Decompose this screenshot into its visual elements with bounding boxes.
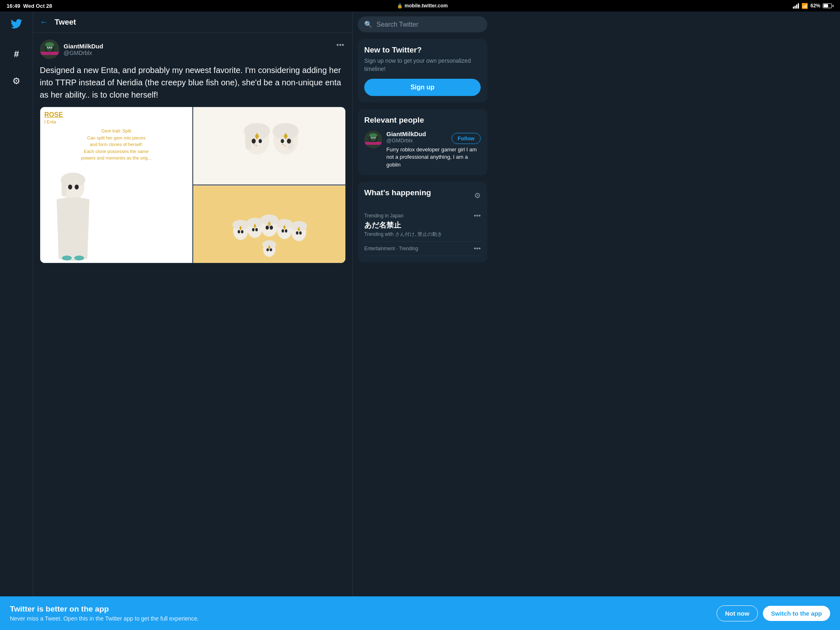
person-name-block: GiantMilkDud @GMDrblx — [386, 130, 426, 146]
svg-point-14 — [62, 256, 72, 260]
trending-item-2[interactable]: Entertainment · Trending ••• — [364, 242, 481, 256]
tweet-area: ← Tweet — [33, 11, 353, 596]
whats-happening-settings-icon[interactable]: ⚙ — [474, 191, 481, 200]
promo-title: New to Twitter? — [364, 46, 481, 55]
banner-buttons: Not now Switch to the app — [717, 605, 830, 621]
twitter-logo[interactable] — [11, 18, 22, 32]
banner-text: Twitter is better on the app Never miss … — [10, 605, 199, 622]
back-button[interactable]: ← — [40, 17, 48, 27]
trending-more-icon-2[interactable]: ••• — [474, 245, 481, 252]
signal-icon — [793, 3, 799, 9]
main-layout: # ⚙ ← Tweet — [0, 11, 840, 596]
tweet-text: Designed a new Enta, and probably my new… — [40, 64, 346, 101]
person-info: GiantMilkDud @GMDrblx Follow Furry roblo… — [386, 130, 481, 169]
sidebar-item-explore[interactable]: # — [11, 46, 22, 63]
trending-item-1[interactable]: Trending in Japan ••• あだ名禁止 Trending wit… — [364, 209, 481, 242]
svg-rect-7 — [40, 52, 59, 55]
svg-rect-18 — [246, 131, 251, 150]
tweet-author-info: GiantMilkDud @GMDrblx — [40, 39, 103, 59]
tweet-author-row: GiantMilkDud @GMDrblx ••• — [40, 39, 346, 59]
gear-icon: ⚙ — [12, 76, 21, 86]
battery-percent: 62% — [810, 3, 820, 9]
author-details: GiantMilkDud @GMDrblx — [64, 43, 103, 56]
search-bar[interactable]: 🔍 Search Twitter — [358, 16, 487, 32]
twitter-promo: New to Twitter? Sign up now to get your … — [358, 39, 487, 103]
author-name: GiantMilkDud — [64, 43, 103, 50]
trending-tag-1: あだ名禁止 — [364, 220, 481, 230]
hashtag-icon: # — [14, 49, 19, 59]
tweet-image-bottom-right[interactable] — [193, 185, 345, 263]
svg-point-54 — [296, 231, 299, 235]
svg-point-50 — [285, 229, 288, 233]
svg-point-60 — [270, 248, 272, 251]
svg-point-44 — [266, 226, 269, 230]
tweet-header: ← Tweet — [33, 11, 352, 33]
tweet-more-button[interactable]: ••• — [335, 39, 346, 51]
svg-point-35 — [241, 230, 244, 233]
comic-subtitle: t Enta — [44, 119, 188, 124]
person-bio: Furry roblox developer gamer girl I am n… — [386, 146, 481, 169]
battery-icon — [823, 3, 833, 8]
svg-point-31 — [284, 145, 285, 146]
svg-rect-11 — [62, 180, 66, 196]
search-placeholder: Search Twitter — [377, 21, 418, 28]
status-time: 16:49 Wed Oct 28 — [7, 3, 52, 9]
switch-to-app-button[interactable]: Switch to the app — [763, 606, 830, 621]
svg-point-45 — [270, 226, 273, 230]
avatar[interactable] — [40, 39, 59, 59]
comic-body: Gem trait: Split Can split her gem into … — [44, 128, 188, 162]
wifi-icon: 📶 — [801, 3, 808, 9]
follow-button[interactable]: Follow — [452, 133, 481, 144]
banner-description: Never miss a Tweet. Open this in the Twi… — [10, 615, 199, 622]
url-bar-inline: 🔒 mobile.twitter.com — [397, 3, 447, 9]
sidebar-item-settings[interactable]: ⚙ — [9, 73, 24, 90]
svg-point-26 — [287, 139, 291, 144]
comic-title: ROSE — [44, 111, 188, 119]
person-handle: @GMDrblx — [386, 137, 426, 144]
promo-description: Sign up now to get your own personalized… — [364, 57, 481, 73]
svg-point-55 — [299, 231, 302, 235]
person-avatar[interactable] — [364, 130, 382, 148]
status-bar: 16:49 Wed Oct 28 🔒 mobile.twitter.com 📶 … — [0, 0, 840, 11]
svg-point-30 — [282, 144, 283, 145]
svg-point-49 — [282, 229, 284, 233]
tweet-image-grid: ROSE t Enta Gem trait: Split Can split h… — [40, 107, 346, 263]
not-now-button[interactable]: Not now — [717, 605, 758, 621]
relevant-people-title: Relevant people — [364, 116, 481, 125]
svg-point-19 — [252, 139, 256, 144]
trending-category-2: Entertainment · Trending ••• — [364, 245, 481, 252]
whats-happening-title: What's happening — [364, 188, 431, 197]
right-sidebar: 🔍 Search Twitter New to Twitter? Sign up… — [353, 11, 492, 596]
svg-point-40 — [256, 228, 258, 231]
sidebar: # ⚙ — [0, 11, 33, 596]
svg-point-59 — [267, 248, 269, 251]
svg-point-29 — [256, 145, 257, 146]
tweet-image-left[interactable]: ROSE t Enta Gem trait: Split Can split h… — [40, 107, 192, 263]
author-handle: @GMDrblx — [64, 50, 103, 56]
svg-point-13 — [75, 185, 79, 189]
svg-point-20 — [259, 139, 262, 143]
svg-point-12 — [68, 185, 72, 189]
person-row: GiantMilkDud @GMDrblx Follow Furry roblo… — [364, 130, 481, 169]
svg-point-28 — [253, 144, 255, 145]
search-icon: 🔍 — [364, 21, 372, 28]
banner-title: Twitter is better on the app — [10, 605, 199, 614]
svg-point-34 — [238, 230, 240, 233]
tweet-content: GiantMilkDud @GMDrblx ••• Designed a new… — [33, 33, 352, 270]
signup-button[interactable]: Sign up — [364, 79, 481, 96]
status-indicators: 📶 62% — [793, 3, 833, 9]
whats-happening-section: What's happening ⚙ Trending in Japan •••… — [358, 182, 487, 262]
svg-point-25 — [281, 139, 284, 143]
trending-category-1: Trending in Japan ••• — [364, 212, 481, 219]
trending-more-icon[interactable]: ••• — [474, 212, 481, 219]
relevant-people-section: Relevant people — [358, 109, 487, 175]
person-name-row: GiantMilkDud @GMDrblx Follow — [386, 130, 481, 146]
svg-rect-69 — [364, 142, 382, 145]
trending-sub-1: Trending with さん付け, 禁止の動き — [364, 231, 481, 238]
person-name: GiantMilkDud — [386, 130, 426, 137]
lock-icon: 🔒 — [397, 3, 403, 9]
tweet-image-top-right[interactable] — [193, 107, 345, 185]
whats-happening-header: What's happening ⚙ — [364, 188, 481, 203]
svg-point-39 — [252, 228, 255, 231]
svg-point-15 — [74, 256, 84, 260]
